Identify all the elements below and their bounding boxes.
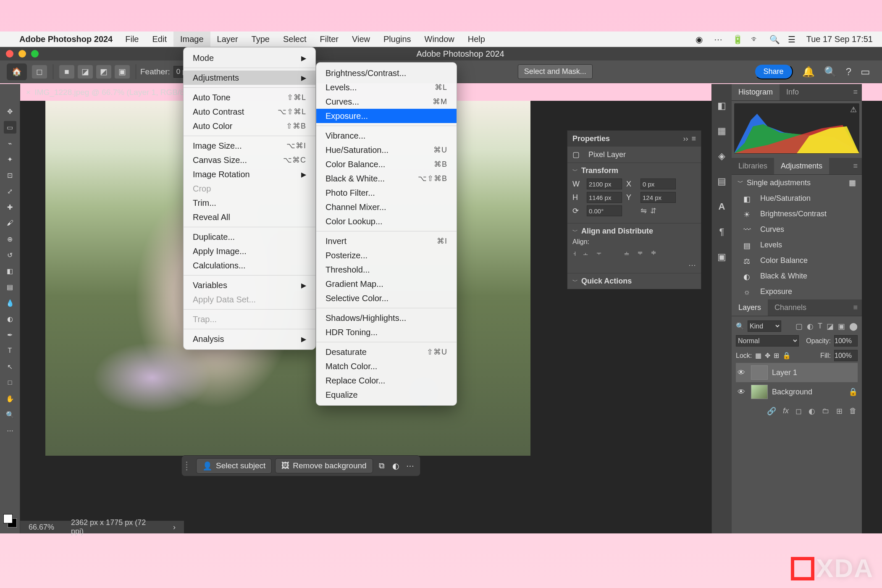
- control-center-icon[interactable]: ☰: [788, 34, 797, 44]
- mac-menu-edit[interactable]: Edit: [145, 32, 173, 47]
- traffic-zoom[interactable]: [31, 50, 39, 58]
- menu-item[interactable]: Mode▶: [184, 51, 315, 65]
- menu-item[interactable]: Variables▶: [184, 278, 315, 292]
- align-bottom-icon[interactable]: ⫩: [650, 249, 658, 258]
- menu-item[interactable]: Channel Mixer...: [316, 200, 457, 214]
- layer-row[interactable]: 👁Background🔒: [736, 382, 858, 402]
- panel-menu-icon[interactable]: ≡: [853, 162, 858, 171]
- history-brush-tool[interactable]: ↺: [4, 249, 16, 261]
- lock-all-icon[interactable]: 🔒: [782, 352, 791, 360]
- menu-item[interactable]: Auto Color⇧⌘B: [184, 119, 315, 133]
- quick-select-tool[interactable]: ✦: [4, 153, 16, 165]
- eraser-tool[interactable]: ◧: [4, 265, 16, 277]
- wifi-icon[interactable]: ᯤ: [751, 34, 760, 44]
- menu-item[interactable]: Invert⌘I: [316, 234, 457, 248]
- lock-pixels-icon[interactable]: ▦: [755, 352, 761, 360]
- zoom-tool[interactable]: 🔍: [4, 408, 16, 421]
- menu-item[interactable]: Trim...: [184, 196, 315, 210]
- adjustment-preset[interactable]: ☼Exposure: [732, 284, 862, 299]
- layer-kind-select[interactable]: Kind: [748, 320, 781, 332]
- marquee-tool[interactable]: ▭: [4, 121, 16, 134]
- collapsed-patterns-icon[interactable]: ▤: [716, 176, 728, 186]
- collapsed-swatches-icon[interactable]: ▦: [716, 126, 728, 136]
- menu-item[interactable]: Brightness/Contrast...: [316, 66, 457, 80]
- tab-adjustments[interactable]: Adjustments: [774, 158, 829, 174]
- align-vcenter-icon[interactable]: ⫧: [637, 249, 644, 258]
- collapsed-color-icon[interactable]: ◧: [716, 101, 728, 111]
- menu-item[interactable]: Vibrance...: [316, 129, 457, 143]
- panel-menu-icon[interactable]: ≡: [853, 303, 858, 312]
- zoom-level[interactable]: 66.67%: [29, 523, 54, 532]
- more-icon[interactable]: ⋯: [572, 260, 696, 270]
- adjustment-preset[interactable]: ▤Levels: [732, 237, 862, 253]
- document-tab[interactable]: × IMG_1228.jpeg @ 66.7% (Layer 1, RGB/8): [20, 84, 193, 101]
- filter-pixel-icon[interactable]: ▢: [795, 322, 803, 331]
- mac-menu-window[interactable]: Window: [418, 32, 461, 47]
- tab-histogram[interactable]: Histogram: [732, 84, 780, 100]
- align-top-icon[interactable]: ⫨: [623, 249, 631, 258]
- pen-tool[interactable]: ✒: [4, 328, 16, 341]
- sel-sub[interactable]: ◩: [96, 65, 111, 79]
- app-name[interactable]: Adobe Photoshop 2024: [19, 34, 113, 44]
- sel-int[interactable]: ▣: [115, 65, 130, 79]
- layer-name[interactable]: Background: [772, 388, 812, 396]
- remove-background-button[interactable]: 🖼Remove background: [275, 458, 373, 473]
- menu-item[interactable]: Image Rotation▶: [184, 167, 315, 181]
- collapsed-para-icon[interactable]: ¶: [716, 227, 728, 237]
- transform-icon[interactable]: ⧉: [376, 460, 387, 471]
- menu-item[interactable]: Desaturate⇧⌘U: [316, 345, 457, 359]
- chevron-down-icon[interactable]: ﹀: [738, 179, 743, 186]
- flip-h-icon[interactable]: ⇋: [640, 206, 647, 215]
- layer-thumbnail[interactable]: [751, 365, 768, 380]
- dodge-tool[interactable]: ◐: [4, 312, 16, 325]
- adjust-icon[interactable]: ◐: [391, 460, 402, 471]
- new-layer-icon[interactable]: ⊞: [836, 407, 843, 416]
- filter-smart-icon[interactable]: ▣: [838, 322, 845, 331]
- menu-item[interactable]: Auto Tone⇧⌘L: [184, 90, 315, 105]
- share-button[interactable]: Share: [754, 64, 793, 79]
- align-hcenter-icon[interactable]: ⫠: [582, 249, 590, 258]
- menu-item[interactable]: Apply Image...: [184, 244, 315, 258]
- stamp-tool[interactable]: ⊕: [4, 233, 16, 245]
- mac-menu-help[interactable]: Help: [461, 32, 492, 47]
- mac-menu-type[interactable]: Type: [245, 32, 276, 47]
- delete-layer-icon[interactable]: 🗑: [849, 407, 857, 416]
- traffic-minimize[interactable]: [18, 50, 26, 58]
- tab-channels[interactable]: Channels: [768, 299, 813, 316]
- mac-menu-image[interactable]: Image: [173, 32, 210, 47]
- fill-input[interactable]: [834, 350, 858, 361]
- adjustment-preset[interactable]: ☀Brightness/Contrast: [732, 206, 862, 222]
- filter-type-icon[interactable]: T: [818, 322, 822, 331]
- color-swatches[interactable]: [3, 514, 17, 528]
- marquee-preset[interactable]: ◻: [32, 65, 47, 79]
- menu-item[interactable]: Shadows/Highlights...: [316, 311, 457, 325]
- filter-shape-icon[interactable]: ◪: [827, 322, 834, 331]
- panel-menu-icon[interactable]: ≡: [853, 88, 858, 97]
- histogram-warning-icon[interactable]: ⚠: [850, 105, 857, 114]
- menu-item[interactable]: Adjustments▶: [184, 71, 315, 85]
- visibility-icon[interactable]: 👁: [736, 388, 747, 396]
- menu-item[interactable]: Selective Color...: [316, 291, 457, 305]
- select-and-mask-button[interactable]: Select and Mask...: [518, 64, 593, 79]
- collapse-icon[interactable]: ››: [683, 134, 688, 143]
- mac-menu-layer[interactable]: Layer: [210, 32, 245, 47]
- home-button[interactable]: 🏠: [7, 63, 27, 80]
- close-tab-icon[interactable]: ×: [26, 88, 31, 97]
- menu-item[interactable]: Color Balance...⌘B: [316, 157, 457, 171]
- layer-mask-icon[interactable]: ◻: [795, 407, 802, 416]
- menu-item[interactable]: Image Size...⌥⌘I: [184, 139, 315, 153]
- transform-x[interactable]: [640, 178, 676, 189]
- transform-angle[interactable]: [587, 205, 622, 216]
- grid-view-icon[interactable]: ▦: [849, 178, 856, 187]
- crop-tool[interactable]: ⊡: [4, 169, 16, 181]
- battery-icon[interactable]: 🔋: [732, 34, 742, 44]
- menu-item[interactable]: HDR Toning...: [316, 325, 457, 339]
- link-layers-icon[interactable]: 🔗: [767, 407, 776, 416]
- transform-y[interactable]: [640, 192, 676, 203]
- lock-artboard-icon[interactable]: ⊞: [774, 352, 779, 360]
- tab-info[interactable]: Info: [780, 84, 806, 100]
- layer-row[interactable]: 👁Layer 1: [736, 363, 858, 382]
- menu-item[interactable]: Threshold...: [316, 262, 457, 277]
- menu-item[interactable]: Reveal All: [184, 210, 315, 224]
- collapsed-actions-icon[interactable]: ▣: [716, 252, 728, 262]
